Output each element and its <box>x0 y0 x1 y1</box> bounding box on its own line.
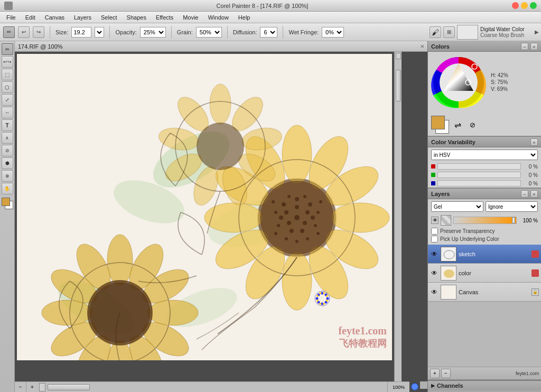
svg-point-33 <box>314 224 317 227</box>
opacity-select[interactable]: 25% <box>140 27 166 38</box>
transform-icon[interactable]: ⤢ <box>2 94 13 106</box>
menu-select[interactable]: Select <box>97 13 122 22</box>
canvas-drawing-area[interactable]: feyte1.com 飞特教程网 <box>17 54 392 360</box>
zoom-out-button[interactable]: − <box>15 381 26 392</box>
variability-h-slider[interactable] <box>437 163 521 170</box>
menu-window[interactable]: Window <box>204 13 233 22</box>
menu-effects[interactable]: Effects <box>152 13 178 22</box>
text-tool-icon[interactable]: T <box>2 119 13 131</box>
layer-visibility-toggle[interactable]: 👁 <box>431 217 439 224</box>
color-wheel-area: H: 42% S: 75% V: 69% <box>428 52 541 114</box>
svg-point-69 <box>197 123 244 170</box>
layer-checkboxes: Preserve Transparency Pick Up Underlying… <box>428 227 541 245</box>
brush-nozzle-icon[interactable]: ⊞ <box>443 26 455 38</box>
maximize-window-button[interactable] <box>530 2 537 9</box>
layer-thumb-color <box>441 266 456 281</box>
undo-button[interactable]: ↩ <box>18 26 30 38</box>
brush-icon[interactable]: 🖌 <box>430 26 441 38</box>
toolbar-sep-4 <box>227 26 228 39</box>
wet-fringe-select[interactable]: 0% <box>322 27 344 38</box>
canvas-close-button[interactable]: × <box>420 42 424 50</box>
menu-canvas[interactable]: Canvas <box>41 13 69 22</box>
layer-row-sketch[interactable]: 👁 sketch <box>428 245 541 264</box>
canvas-scrollbar-h[interactable] <box>38 381 387 392</box>
svg-point-78 <box>327 297 329 300</box>
size-input[interactable] <box>71 27 91 38</box>
variability-s-value: 0 % <box>523 172 538 178</box>
pick-up-underlying-checkbox[interactable] <box>431 236 438 242</box>
toolbar-sep-3 <box>171 26 172 39</box>
layer-eye-color[interactable]: 👁 <box>430 269 439 277</box>
pen-tool-icon[interactable]: ∧ <box>2 132 13 144</box>
hand-tool-icon[interactable]: ✋ <box>2 183 13 194</box>
menu-shapes[interactable]: Shapes <box>123 13 151 22</box>
magnify-tool-icon[interactable]: ⊕ <box>2 170 13 182</box>
variability-v-row: 0 % <box>428 179 541 188</box>
v-label: V: <box>491 86 496 92</box>
color-variability-mode-row: in HSV in RGB in HLS <box>428 147 541 162</box>
menu-layers[interactable]: Layers <box>70 13 96 22</box>
delete-layer-button[interactable]: − <box>441 369 451 378</box>
new-layer-button[interactable]: + <box>430 369 440 378</box>
brush-tool-icon[interactable]: ✏ <box>2 43 13 55</box>
variability-s-slider[interactable] <box>437 172 521 178</box>
mirror-icon[interactable]: ↔ <box>2 107 13 118</box>
color-variability-mode-select[interactable]: in HSV in RGB in HLS <box>431 150 538 160</box>
selection-rect-icon[interactable]: ⬚ <box>2 69 13 80</box>
scroll-v-thumb[interactable] <box>396 70 401 101</box>
layers-panel-collapse[interactable]: − <box>521 190 528 198</box>
shape-tool-icon[interactable]: ↩↪ <box>2 56 13 68</box>
colors-panel-collapse[interactable]: − <box>521 43 528 50</box>
menu-help[interactable]: Help <box>234 13 255 22</box>
composite-select[interactable]: Ignore Default <box>486 201 538 212</box>
size-select[interactable] <box>95 27 104 38</box>
fill-tool-icon[interactable]: ⬢ <box>2 157 13 169</box>
svg-point-88 <box>319 303 321 305</box>
preserve-transparency-checkbox[interactable] <box>431 228 438 235</box>
scroll-left-button[interactable] <box>39 383 45 391</box>
layers-panel-close[interactable]: × <box>530 190 538 198</box>
menu-movie[interactable]: Movie <box>179 13 202 22</box>
canvas-scrollbar-v[interactable] <box>394 52 402 381</box>
scroll-up-button[interactable] <box>396 53 401 59</box>
brush-tool-main[interactable]: ✏ <box>3 26 15 38</box>
variability-v-slider[interactable] <box>437 180 521 186</box>
layer-eye-canvas[interactable]: 👁 <box>430 288 439 296</box>
selection-lasso-icon[interactable]: ⬡ <box>2 81 13 93</box>
svg-point-91 <box>319 292 321 294</box>
colors-panel-close[interactable]: × <box>530 43 538 50</box>
foreground-color-chip[interactable] <box>431 116 445 129</box>
minimize-window-button[interactable] <box>521 2 528 9</box>
color-chip-stack[interactable] <box>431 116 449 134</box>
svg-point-37 <box>316 211 320 214</box>
brush-preview[interactable] <box>457 25 478 40</box>
svg-point-20 <box>294 215 300 220</box>
layer-row-color[interactable]: 👁 color <box>428 264 541 283</box>
zoom-in-button[interactable]: + <box>26 381 38 392</box>
svg-point-45 <box>272 200 275 203</box>
blend-mode-select[interactable]: Gel Default Multiply <box>431 201 483 212</box>
eyedropper-tool-icon[interactable]: ⊘ <box>2 145 13 156</box>
redo-button[interactable]: ↪ <box>33 26 44 38</box>
color-chips[interactable] <box>2 198 13 209</box>
color-wheel[interactable] <box>431 55 487 110</box>
watermark-line1: feyte1.com <box>338 325 387 337</box>
layer-lock-canvas[interactable]: 🔒 <box>531 288 539 296</box>
opacity-slider[interactable] <box>453 217 517 224</box>
navigator-button[interactable] <box>411 383 418 390</box>
menu-file[interactable]: File <box>2 13 20 22</box>
menu-edit[interactable]: Edit <box>21 13 40 22</box>
channels-row[interactable]: ▶ Channels <box>428 381 541 390</box>
diffusion-select[interactable]: 6 <box>260 27 277 38</box>
swap-colors-icon[interactable]: ⇌ <box>451 118 464 131</box>
close-window-button[interactable] <box>512 2 519 9</box>
grain-select[interactable]: 50% <box>196 27 222 38</box>
scroll-h-thumb[interactable] <box>48 384 90 390</box>
color-variability-controls: × <box>530 138 538 146</box>
layer-row-canvas[interactable]: 👁 Canvas 🔒 <box>428 283 541 302</box>
brush-expand-icon[interactable]: ▶ <box>535 29 539 35</box>
color-variability-close[interactable]: × <box>530 138 538 146</box>
layer-thumb-sketch <box>441 247 456 262</box>
reset-colors-icon[interactable]: ⊘ <box>466 118 479 131</box>
layer-eye-sketch[interactable]: 👁 <box>430 250 439 258</box>
